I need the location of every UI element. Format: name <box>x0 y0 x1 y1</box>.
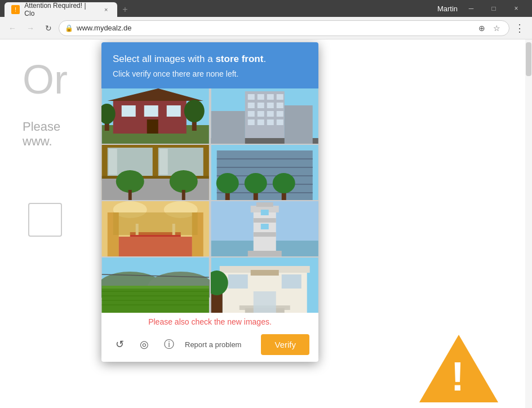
chrome-menu-button[interactable]: ⋮ <box>512 20 527 36</box>
svg-point-43 <box>170 170 198 193</box>
svg-rect-18 <box>247 103 254 108</box>
window-controls: ─ □ × <box>460 0 527 17</box>
svg-point-53 <box>216 173 238 193</box>
minimize-button[interactable]: ─ <box>460 0 482 17</box>
svg-rect-24 <box>267 111 273 117</box>
svg-rect-44 <box>182 190 185 200</box>
close-button[interactable]: × <box>505 0 527 17</box>
bg-checkbox <box>28 203 62 237</box>
forward-button[interactable]: → <box>23 20 38 36</box>
captcha-image-8[interactable] <box>211 258 319 313</box>
captcha-image-6[interactable] <box>211 201 319 256</box>
svg-rect-65 <box>119 237 192 256</box>
user-area: Martin ─ □ × <box>433 0 532 17</box>
captcha-modal: Select all images with a store front. Cl… <box>101 42 318 362</box>
svg-point-55 <box>244 173 267 193</box>
svg-rect-15 <box>257 94 264 100</box>
svg-rect-23 <box>257 111 264 117</box>
svg-rect-5 <box>144 105 158 117</box>
svg-rect-25 <box>276 111 283 117</box>
address-actions: ⊕ ☆ <box>475 21 503 35</box>
svg-rect-100 <box>250 270 278 276</box>
captcha-footer: ↺ ◎ ⓘ Report a problem Verify <box>101 330 318 362</box>
svg-rect-7 <box>147 119 158 134</box>
captcha-image-2[interactable] <box>211 88 319 144</box>
tab-close-btn[interactable]: × <box>102 5 110 14</box>
captcha-image-1[interactable] <box>101 88 210 144</box>
svg-rect-21 <box>276 103 283 108</box>
svg-rect-96 <box>281 274 301 289</box>
svg-rect-31 <box>284 105 312 144</box>
svg-rect-97 <box>253 291 276 313</box>
svg-rect-38 <box>159 149 168 175</box>
warning-triangle: ! <box>419 335 498 402</box>
captcha-instruction: Select all images with a store front. <box>113 52 307 66</box>
svg-rect-14 <box>247 94 254 100</box>
browser-tab[interactable]: ! Attention Required! | Clo × <box>5 2 117 17</box>
svg-rect-27 <box>257 119 264 125</box>
svg-rect-42 <box>128 190 132 200</box>
svg-point-9 <box>184 100 205 122</box>
tab-bar: ! Attention Required! | Clo × + <box>5 0 133 17</box>
captcha-notice: Please also check the new images. <box>101 313 318 330</box>
svg-rect-78 <box>260 224 268 229</box>
svg-rect-19 <box>257 103 264 108</box>
svg-rect-4 <box>122 105 136 117</box>
svg-rect-28 <box>267 119 273 125</box>
triangle-shape: ! <box>419 335 498 402</box>
captcha-image-7[interactable] <box>101 258 210 313</box>
svg-rect-17 <box>276 94 283 100</box>
captcha-image-grid <box>101 88 318 313</box>
svg-rect-74 <box>256 202 273 207</box>
svg-rect-20 <box>267 103 273 108</box>
url-text: www.mydealz.de <box>77 24 132 32</box>
svg-rect-68 <box>113 212 198 235</box>
svg-rect-76 <box>253 232 276 237</box>
exclamation-mark: ! <box>451 356 464 397</box>
svg-rect-16 <box>267 94 273 100</box>
new-tab-button[interactable]: + <box>117 2 133 17</box>
svg-rect-29 <box>276 119 283 125</box>
svg-rect-37 <box>109 149 117 175</box>
bg-please: Please <box>23 119 60 134</box>
tab-title: Attention Required! | Clo <box>24 2 95 17</box>
scrollbar-thumb[interactable] <box>526 42 531 76</box>
translate-icon[interactable]: ⊕ <box>475 21 489 35</box>
captcha-subtext: Click verify once there are none left. <box>113 69 307 78</box>
svg-rect-79 <box>247 251 281 256</box>
svg-rect-6 <box>167 105 181 117</box>
nav-bar: ← → ↻ 🔒 www.mydealz.de ⊕ ☆ ⋮ <box>0 17 532 39</box>
maximize-button[interactable]: □ <box>482 0 505 17</box>
instruction-bold: store front <box>215 54 263 64</box>
bookmark-icon[interactable]: ☆ <box>490 21 503 35</box>
ssl-icon: 🔒 <box>65 24 73 32</box>
svg-rect-22 <box>247 111 254 117</box>
refresh-captcha-button[interactable]: ↺ <box>110 335 128 353</box>
user-name: Martin <box>437 5 458 13</box>
svg-rect-75 <box>253 218 276 223</box>
browser-chrome: ! Attention Required! | Clo × + Martin ─… <box>0 0 532 39</box>
svg-rect-77 <box>260 210 268 215</box>
page-content: Or Please to access www. ! Select a <box>0 39 532 408</box>
scrollbar[interactable] <box>525 39 532 408</box>
refresh-button[interactable]: ↻ <box>41 20 56 36</box>
svg-point-57 <box>272 173 295 193</box>
info-button[interactable]: ⓘ <box>160 335 178 353</box>
instruction-after: . <box>263 54 266 64</box>
captcha-image-4[interactable] <box>211 145 319 200</box>
title-bar: ! Attention Required! | Clo × + Martin ─… <box>0 0 532 17</box>
audio-captcha-button[interactable]: ◎ <box>135 335 153 353</box>
captcha-image-5[interactable] <box>101 201 210 256</box>
tab-favicon: ! <box>11 5 20 14</box>
report-problem-link[interactable]: Report a problem <box>185 340 241 349</box>
svg-rect-95 <box>228 274 247 289</box>
instruction-before: Select all images with a <box>113 54 215 64</box>
captcha-image-3[interactable] <box>101 145 210 200</box>
svg-rect-26 <box>247 119 254 125</box>
svg-rect-32 <box>211 111 245 144</box>
address-bar[interactable]: 🔒 www.mydealz.de ⊕ ☆ <box>59 20 509 36</box>
svg-point-41 <box>116 170 144 193</box>
back-button[interactable]: ← <box>5 20 20 36</box>
captcha-header: Select all images with a store front. Cl… <box>101 42 318 88</box>
verify-button[interactable]: Verify <box>261 334 309 355</box>
